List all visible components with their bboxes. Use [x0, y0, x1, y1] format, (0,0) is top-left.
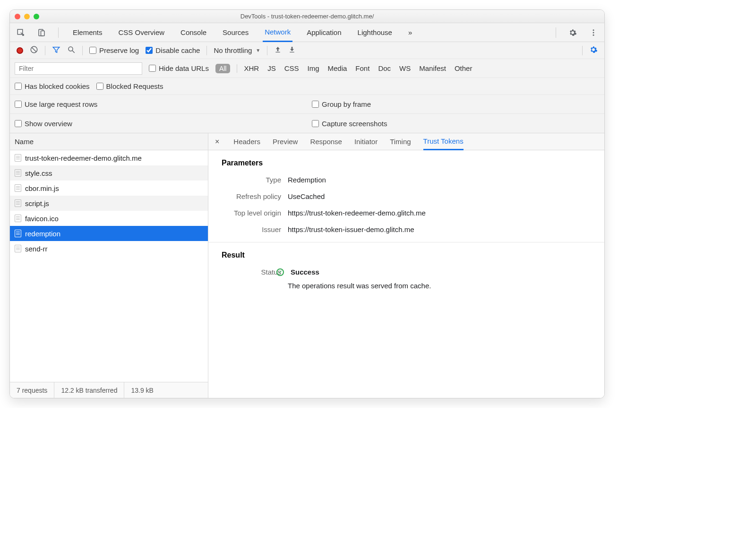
- gear-icon[interactable]: [568, 28, 577, 37]
- filter-type-css[interactable]: CSS: [284, 64, 299, 72]
- filter-icon[interactable]: [52, 45, 60, 55]
- document-icon: [15, 230, 21, 237]
- param-value: Redemption: [288, 176, 326, 184]
- svg-point-4: [593, 32, 594, 33]
- status-bar: 7 requests 12.2 kB transferred 13.9 kB: [10, 382, 208, 398]
- filter-all-pill[interactable]: All: [215, 64, 231, 73]
- request-name: redemption: [25, 230, 60, 238]
- request-row[interactable]: cbor.min.js: [10, 181, 208, 196]
- request-row[interactable]: send-rr: [10, 241, 208, 256]
- param-label: Top level origin: [222, 209, 288, 217]
- preserve-log-checkbox[interactable]: Preserve log: [89, 46, 139, 54]
- filter-type-ws[interactable]: WS: [399, 64, 411, 72]
- detail-tab-initiator[interactable]: Initiator: [354, 133, 378, 150]
- has-blocked-cookies-checkbox[interactable]: Has blocked cookies: [15, 82, 90, 90]
- filter-input[interactable]: [15, 62, 142, 75]
- svg-point-7: [69, 47, 73, 51]
- tab-elements[interactable]: Elements: [71, 23, 104, 42]
- result-heading: Result: [222, 251, 591, 259]
- detail-tab-preview[interactable]: Preview: [273, 133, 298, 150]
- param-value: https://trust-token-redeemer-demo.glitch…: [288, 209, 426, 217]
- success-check-icon: ✓: [276, 268, 284, 276]
- status-requests: 7 requests: [10, 382, 54, 398]
- request-row[interactable]: favicon.ico: [10, 211, 208, 226]
- detail-tab-trust-tokens[interactable]: Trust Tokens: [423, 134, 464, 150]
- separator: [267, 46, 267, 55]
- filter-type-other[interactable]: Other: [455, 64, 472, 72]
- request-row[interactable]: redemption: [10, 226, 208, 241]
- download-icon[interactable]: [288, 46, 296, 55]
- status-detail: The operations result was served from ca…: [288, 282, 431, 290]
- detail-tab-timing[interactable]: Timing: [390, 133, 411, 150]
- filter-type-media[interactable]: Media: [328, 64, 347, 72]
- request-list: trust-token-redeemer-demo.glitch.mestyle…: [10, 150, 208, 382]
- filter-type-font[interactable]: Font: [355, 64, 369, 72]
- svg-point-3: [593, 29, 594, 31]
- capture-screenshots-checkbox[interactable]: Capture screenshots: [312, 120, 387, 128]
- use-large-rows-label: Use large request rows: [25, 100, 97, 108]
- tab-network[interactable]: Network: [263, 24, 292, 42]
- hide-data-urls-checkbox[interactable]: Hide data URLs: [149, 64, 209, 72]
- devtools-window: DevTools - trust-token-redeemer-demo.gli…: [9, 9, 605, 398]
- tab-lighthouse[interactable]: Lighthouse: [356, 23, 394, 42]
- more-tabs-button[interactable]: »: [406, 23, 414, 42]
- separator: [237, 64, 237, 73]
- parameters-heading: Parameters: [222, 159, 591, 167]
- separator: [556, 27, 556, 38]
- group-by-frame-label: Group by frame: [322, 100, 371, 108]
- tab-sources[interactable]: Sources: [221, 23, 250, 42]
- filter-type-js[interactable]: JS: [267, 64, 276, 72]
- window-title: DevTools - trust-token-redeemer-demo.gli…: [10, 13, 604, 20]
- svg-point-5: [593, 34, 594, 35]
- settings-icon[interactable]: [589, 45, 598, 55]
- request-list-panel: Name trust-token-redeemer-demo.glitch.me…: [10, 133, 208, 398]
- tab-css-overview[interactable]: CSS Overview: [117, 23, 167, 42]
- result-section: Result Status ✓ Success The operations r…: [208, 242, 604, 298]
- tab-application[interactable]: Application: [305, 23, 343, 42]
- request-name: favicon.ico: [25, 215, 59, 223]
- close-details-button[interactable]: ×: [213, 138, 221, 146]
- inspect-icon[interactable]: [17, 28, 25, 37]
- request-row[interactable]: script.js: [10, 196, 208, 211]
- use-large-rows-checkbox[interactable]: Use large request rows: [15, 100, 97, 108]
- svg-rect-2: [41, 31, 45, 36]
- search-icon[interactable]: [67, 45, 76, 55]
- separator: [45, 46, 45, 55]
- filter-row-2: Has blocked cookies Blocked Requests: [10, 78, 604, 95]
- request-detail-panel: × HeadersPreviewResponseInitiatorTimingT…: [208, 133, 604, 398]
- kebab-menu-icon[interactable]: [589, 28, 598, 37]
- status-value-text: Success: [291, 268, 319, 276]
- filter-type-manifest[interactable]: Manifest: [419, 64, 446, 72]
- detail-tabs: × HeadersPreviewResponseInitiatorTimingT…: [208, 133, 604, 150]
- detail-tab-headers[interactable]: Headers: [233, 133, 260, 150]
- group-by-frame-checkbox[interactable]: Group by frame: [312, 100, 371, 108]
- separator: [206, 46, 207, 55]
- request-name: trust-token-redeemer-demo.glitch.me: [25, 154, 142, 162]
- request-name: style.css: [25, 169, 52, 177]
- request-row[interactable]: trust-token-redeemer-demo.glitch.me: [10, 150, 208, 165]
- main-split: Name trust-token-redeemer-demo.glitch.me…: [10, 133, 604, 398]
- throttling-select[interactable]: No throttling ▼: [214, 46, 260, 54]
- document-icon: [15, 169, 21, 177]
- filter-type-img[interactable]: Img: [307, 64, 319, 72]
- device-toggle-icon[interactable]: [37, 28, 46, 37]
- separator: [82, 46, 83, 55]
- tab-console[interactable]: Console: [179, 23, 208, 42]
- filter-type-doc[interactable]: Doc: [378, 64, 391, 72]
- upload-icon[interactable]: [274, 46, 282, 55]
- request-row[interactable]: style.css: [10, 165, 208, 181]
- filter-type-xhr[interactable]: XHR: [244, 64, 259, 72]
- hide-data-urls-label: Hide data URLs: [159, 64, 209, 72]
- param-label: Refresh policy: [222, 192, 288, 200]
- param-value: https://trust-token-issuer-demo.glitch.m…: [288, 225, 414, 233]
- record-button[interactable]: [17, 47, 23, 54]
- status-resources: 13.9 kB: [124, 382, 160, 398]
- titlebar: DevTools - trust-token-redeemer-demo.gli…: [10, 10, 604, 23]
- detail-tab-response[interactable]: Response: [310, 133, 342, 150]
- disable-cache-checkbox[interactable]: Disable cache: [146, 46, 200, 54]
- blocked-requests-checkbox[interactable]: Blocked Requests: [96, 82, 163, 90]
- show-overview-checkbox[interactable]: Show overview: [15, 120, 72, 128]
- filter-types: XHRJSCSSImgMediaFontDocWSManifestOther: [244, 64, 472, 72]
- param-label: Type: [222, 176, 288, 184]
- clear-icon[interactable]: [30, 45, 38, 55]
